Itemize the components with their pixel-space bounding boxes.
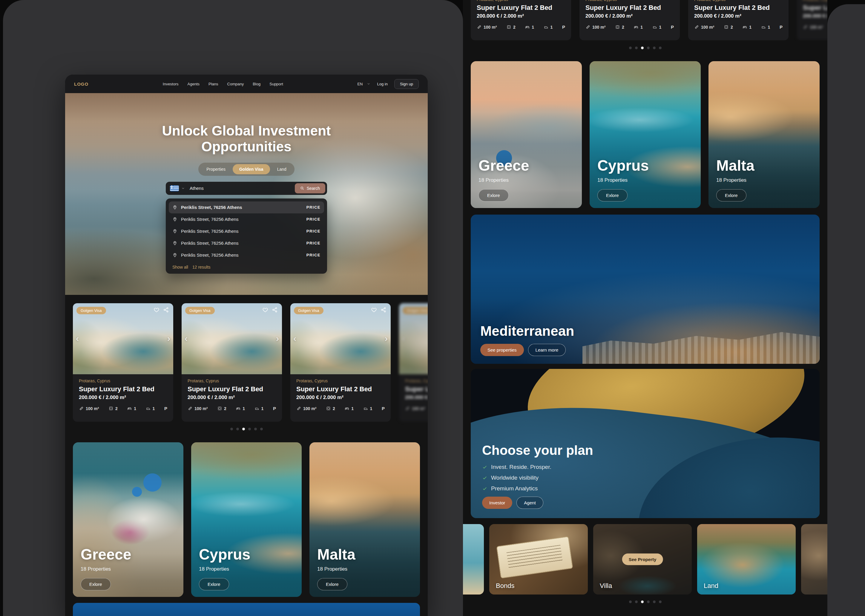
property-card[interactable]: Golgen Visa ‹ › Protaras, Cyprus Super L… (580, 0, 680, 40)
country-card[interactable]: Greece 18 Properties Exlore (73, 442, 183, 597)
property-card[interactable]: Golgen Visa ‹ › Protaras, Cyprus Super L… (471, 0, 571, 40)
category-card-villa[interactable]: See Property Villa (593, 524, 692, 594)
country-name: Greece (80, 546, 131, 563)
feature-area: 100 m² (585, 25, 605, 30)
carousel-prev-icon[interactable]: ‹ (402, 334, 405, 343)
country-card[interactable]: Greece 18 Properties Exlore (471, 61, 582, 208)
country-card[interactable]: Cyprus 18 Properties Exlore (191, 442, 302, 597)
share-icon[interactable] (381, 307, 386, 313)
search-input[interactable]: Athens (190, 185, 204, 191)
design-canvas: LOGO Investors Agents Plans Company Blog… (0, 0, 865, 616)
show-all-link[interactable]: Show all (172, 265, 188, 269)
nav-agents[interactable]: Agents (187, 82, 200, 86)
carousel-next-icon[interactable]: › (385, 334, 388, 343)
property-location: Protaras, Cyprus (585, 0, 674, 2)
carousel-dot[interactable] (260, 428, 263, 431)
property-location: Protaras, Cyprus (79, 379, 167, 383)
favorite-heart-icon[interactable] (262, 307, 268, 313)
carousel-dot[interactable] (254, 428, 257, 431)
suggestion-item[interactable]: Periklis Street, 76256 AthensPRICE (169, 214, 324, 225)
language-selector[interactable]: EN (357, 82, 370, 86)
carousel-dot[interactable] (647, 600, 650, 603)
carousel-dot-active[interactable] (242, 428, 245, 431)
category-card-land[interactable]: Land (697, 524, 796, 594)
property-card[interactable]: Golgen Visa ‹ › Protaras, Cyprus Super L… (290, 303, 391, 422)
carousel-prev-icon[interactable]: ‹ (184, 334, 187, 343)
share-icon[interactable] (272, 307, 278, 313)
property-card[interactable]: Golgen Visa ‹ › Protaras, Cyprus Super L… (688, 0, 789, 40)
carousel-next-icon[interactable]: › (167, 334, 170, 343)
explore-button[interactable]: Exlore (317, 578, 347, 590)
share-icon[interactable] (163, 307, 169, 313)
property-card[interactable]: Golgen Visa ‹ › Protaras, Cyprus Super L… (181, 303, 282, 422)
search-button[interactable]: Search (295, 183, 325, 193)
favorite-heart-icon[interactable] (371, 307, 377, 313)
carousel-prev-icon[interactable]: ‹ (76, 334, 79, 343)
chevron-down-icon[interactable] (181, 187, 185, 190)
carousel-dot-active[interactable] (641, 600, 644, 603)
greece-flag-icon[interactable] (170, 185, 179, 191)
property-info: Protaras, Cyprus Super Luxury Flat 2 Bed… (688, 0, 789, 34)
favorite-heart-icon[interactable] (153, 307, 159, 313)
carousel-dot[interactable] (647, 47, 650, 49)
tab-properties[interactable]: Properties (200, 164, 232, 174)
carousel-dot[interactable] (248, 428, 251, 431)
carousel-dot[interactable] (230, 428, 233, 431)
carousel-dot[interactable] (629, 47, 632, 49)
carousel-dot[interactable] (653, 47, 655, 49)
explore-button[interactable]: Exlore (716, 189, 747, 201)
investor-button[interactable]: Investor (482, 497, 512, 509)
bed-icon (344, 406, 350, 411)
country-content: Greece 18 Properties Exlore (479, 157, 529, 201)
carousel-dot[interactable] (635, 600, 638, 603)
carousel-dot[interactable] (659, 600, 662, 603)
carousel-dot[interactable] (659, 47, 662, 49)
carousel-dot[interactable] (236, 428, 239, 431)
property-card[interactable]: Golgen Visa ‹ › Protaras, Cyprus Super L… (797, 0, 827, 40)
carousel-dot-active[interactable] (641, 47, 644, 49)
hero-section: Unlock Global InvestmentOpportunities Pr… (65, 93, 428, 295)
tab-land[interactable]: Land (271, 164, 293, 174)
nav-support[interactable]: Support (269, 82, 283, 86)
carousel-dot[interactable] (629, 600, 632, 603)
see-property-button[interactable]: See Property (622, 554, 663, 565)
carousel-next-icon[interactable]: › (276, 334, 279, 343)
country-card[interactable]: Malta 18 Properties Exlore (709, 61, 819, 208)
learn-more-button[interactable]: Learn more (528, 344, 566, 356)
countries-row: Greece 18 Properties Exlore Cyprus 18 Pr… (65, 435, 428, 597)
explore-button[interactable]: Exlore (80, 578, 111, 590)
agent-button[interactable]: Agent (517, 497, 543, 509)
nav-investors[interactable]: Investors (163, 82, 179, 86)
category-card-partial[interactable] (463, 524, 484, 594)
parking-label: P (382, 406, 385, 411)
search-bar[interactable]: Athens Search (166, 182, 327, 195)
country-card[interactable]: Cyprus 18 Properties Exlore (589, 61, 701, 208)
brand-logo[interactable]: LOGO (74, 82, 88, 86)
nav-plans[interactable]: Plans (208, 82, 218, 86)
explore-button[interactable]: Exlore (597, 189, 627, 201)
floorplan-icon (615, 25, 620, 30)
property-card[interactable]: Golgen Visa ‹ › Protaras, Cyprus Super L… (73, 303, 173, 422)
login-link[interactable]: Log in (377, 82, 388, 86)
category-card-partial[interactable] (801, 524, 827, 594)
nav-company[interactable]: Company (227, 82, 244, 86)
explore-button[interactable]: Exlore (479, 189, 509, 201)
carousel-dot[interactable] (653, 600, 655, 603)
suggestion-item[interactable]: Periklis Street, 76256 AthensPRICE (169, 201, 324, 214)
category-card-bonds[interactable]: Bonds (489, 524, 588, 594)
property-card[interactable]: Golgen Visa ‹ › Protaras, Cyprus Super L… (399, 303, 428, 422)
suggestion-item[interactable]: Periklis Street, 76256 AthensPRICE (169, 249, 324, 261)
country-card[interactable]: Malta 18 Properties Exlore (309, 442, 420, 597)
tab-golden-visa[interactable]: Golden Visa (233, 164, 270, 174)
suggestion-item[interactable]: Periklis Street, 76256 AthensPRICE (169, 225, 324, 237)
carousel-prev-icon[interactable]: ‹ (293, 334, 296, 343)
explore-button[interactable]: Exlore (199, 578, 229, 590)
feature-baths: 1 (652, 25, 662, 30)
carousel-dot[interactable] (635, 47, 638, 49)
nav-blog[interactable]: Blog (253, 82, 260, 86)
signup-button[interactable]: Sign up (394, 79, 419, 89)
see-properties-button[interactable]: See properties (480, 344, 524, 356)
suggestion-item[interactable]: Periklis Street, 76256 AthensPRICE (169, 237, 324, 249)
check-icon (482, 486, 487, 491)
property-title: Super Luxury Flat 2 Bed (803, 4, 827, 12)
